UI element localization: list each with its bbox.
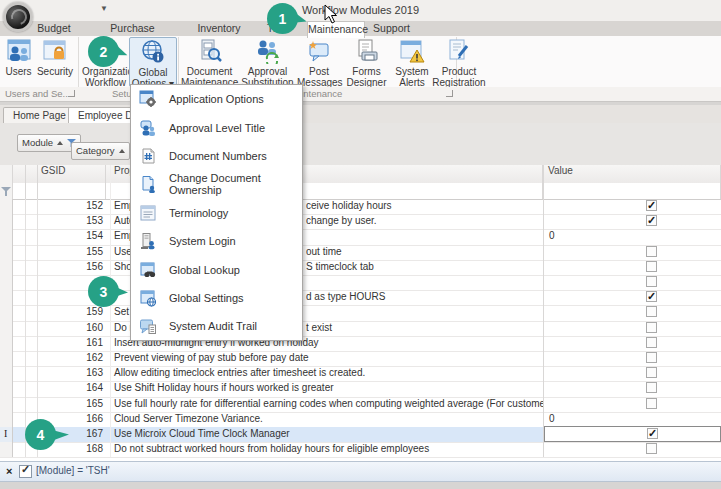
grid-rows: 152 Emploceive holiday hours 153 Autocha… xyxy=(0,199,721,459)
document-number-icon xyxy=(139,147,157,165)
value-checkbox[interactable] xyxy=(646,382,657,393)
value-checkbox[interactable] xyxy=(647,428,658,439)
people-swap-icon xyxy=(255,38,281,64)
cabinet-search-icon xyxy=(197,38,223,64)
value-text[interactable]: 0 xyxy=(544,413,555,424)
table-row-selected[interactable]: I 167 Use Microix Cloud Time Clock Manag… xyxy=(0,427,721,443)
doc-tab-home-page[interactable]: Home Page xyxy=(3,107,76,123)
window-globe-icon xyxy=(139,289,157,307)
value-checkbox[interactable] xyxy=(646,215,657,226)
filter-cell-gsid[interactable] xyxy=(38,183,106,199)
remove-filter-icon[interactable]: × xyxy=(6,465,12,477)
title-bar: ▼ Workflow Modules 2019 xyxy=(0,0,721,22)
value-checkbox[interactable] xyxy=(646,291,657,302)
table-row[interactable]: 165 Use full hourly rate for differentia… xyxy=(0,397,721,413)
security-lock-icon xyxy=(42,38,68,64)
page-printer-icon xyxy=(354,38,380,64)
step-callout-4: 4 xyxy=(25,419,71,450)
approval-substitution-button[interactable]: Approval Substitution xyxy=(239,37,296,88)
table-row[interactable]: 163 Allow editing timeclock entries afte… xyxy=(0,366,721,382)
window-gear-icon xyxy=(139,90,157,108)
window-text-icon xyxy=(139,204,157,222)
column-header-gsid[interactable]: GSID xyxy=(38,165,106,183)
system-alerts-button[interactable]: System Alerts xyxy=(392,37,432,88)
product-registration-button[interactable]: Product Registration xyxy=(432,37,486,88)
table-row[interactable]: 162 Prevent viewing of pay stub before p… xyxy=(0,351,721,367)
filter-status-bar: × [Module] = 'TSH' xyxy=(0,461,721,482)
app-window: ▼ Workflow Modules 2019 Budget Purchase … xyxy=(0,0,721,489)
table-row[interactable]: 153 Autochange by user. xyxy=(0,214,721,230)
value-checkbox[interactable] xyxy=(646,337,657,348)
menu-item-global-settings[interactable]: Global Settings xyxy=(131,284,302,312)
menu-item-system-login[interactable]: System Login xyxy=(131,227,302,255)
menu-item-change-document-ownership[interactable]: Change Document Ownership xyxy=(131,170,302,198)
table-row[interactable]: 160 Do not exist xyxy=(0,321,721,337)
dialog-launcher-icon[interactable] xyxy=(446,90,453,97)
value-checkbox[interactable] xyxy=(646,246,657,257)
value-checkbox[interactable] xyxy=(646,367,657,378)
tab-budget[interactable]: Budget xyxy=(30,21,78,36)
mouse-cursor xyxy=(324,4,338,24)
header-indicator xyxy=(0,165,13,183)
table-row[interactable]: 154 Emplo 0 xyxy=(0,229,721,245)
security-button[interactable]: Security xyxy=(36,37,74,77)
menu-item-document-numbers[interactable]: Document Numbers xyxy=(131,142,302,170)
sort-asc-icon xyxy=(119,149,125,153)
window-title: Workflow Modules 2019 xyxy=(0,4,721,16)
value-editor-cell[interactable] xyxy=(544,426,721,442)
tab-inventory[interactable]: Inventory xyxy=(190,21,248,36)
forms-designer-button[interactable]: Forms Designer xyxy=(342,37,391,88)
menu-item-approval-level-title[interactable]: Approval Level Title xyxy=(131,113,302,141)
table-row[interactable]: 159 Set B xyxy=(0,305,721,321)
users-button[interactable]: Users xyxy=(2,37,35,77)
menu-item-application-options[interactable]: Application Options xyxy=(131,85,302,113)
document-person-icon xyxy=(139,175,157,193)
page-pencil-icon xyxy=(446,38,472,64)
menu-item-global-lookup[interactable]: Global Lookup xyxy=(131,255,302,283)
app-logo[interactable] xyxy=(3,2,33,32)
window-binoculars-icon xyxy=(139,261,157,279)
tab-purchase-order[interactable]: Purchase Order/Invoice xyxy=(80,21,185,36)
filter-enabled-checkbox[interactable] xyxy=(19,465,32,478)
table-row[interactable]: 164 Use Shift Holiday hours if hours wor… xyxy=(0,381,721,397)
table-row[interactable]: 156 ShowS timeclock tab xyxy=(0,260,721,276)
ribbon-group-labels: Users and Se... Setup Maintenance xyxy=(0,87,721,102)
value-checkbox[interactable] xyxy=(646,200,657,211)
document-maintenance-button[interactable]: Document Maintenance xyxy=(181,37,238,88)
dialog-launcher-icon[interactable] xyxy=(68,90,75,97)
grid-filter-row[interactable] xyxy=(0,183,721,200)
filter-row-funnel-icon xyxy=(1,187,11,197)
table-row[interactable]: 155 Use eout time xyxy=(0,245,721,261)
grid-header-row: GSID Property Value xyxy=(0,165,721,184)
menu-item-system-audit-trail[interactable]: System Audit Trail xyxy=(131,312,302,340)
menu-item-terminology[interactable]: Terminology xyxy=(131,199,302,227)
value-checkbox[interactable] xyxy=(646,276,657,287)
ribbon-tab-bar: Budget Purchase Order/Invoice Inventory … xyxy=(0,21,721,37)
sort-asc-icon xyxy=(57,141,63,145)
value-checkbox[interactable] xyxy=(646,443,657,454)
table-row[interactable]: 152 Emploceive holiday hours xyxy=(0,199,721,215)
window-warning-icon xyxy=(399,38,425,64)
chat-bubble-star-icon xyxy=(306,38,332,64)
filter-expression: [Module] = 'TSH' xyxy=(36,465,110,476)
step-callout-3: 3 xyxy=(88,276,134,307)
group-label-users-security: Users and Se... xyxy=(5,88,70,99)
value-checkbox[interactable] xyxy=(646,261,657,272)
document-tab-bar: Home Page Employee Default V xyxy=(0,105,721,124)
value-checkbox[interactable] xyxy=(646,352,657,363)
tab-support[interactable]: Support xyxy=(365,21,418,36)
table-row[interactable]: 161 Insert auto-midnight entry if worked… xyxy=(0,336,721,352)
table-row[interactable]: 168 Do not subtract worked hours from ho… xyxy=(0,442,721,458)
filter-cell-value[interactable] xyxy=(543,183,721,199)
group-box-category[interactable]: Category xyxy=(71,142,130,160)
value-checkbox[interactable] xyxy=(646,322,657,333)
step-callout-1: 1 xyxy=(267,3,313,34)
value-text[interactable]: 0 xyxy=(544,230,555,241)
post-messages-button[interactable]: Post Messages xyxy=(297,37,341,88)
column-header-value[interactable]: Value xyxy=(543,165,721,183)
value-checkbox[interactable] xyxy=(646,306,657,317)
value-checkbox[interactable] xyxy=(646,398,657,409)
users-icon xyxy=(6,38,32,64)
global-options-button[interactable]: Global Options ▾ xyxy=(129,37,177,87)
step-callout-2: 2 xyxy=(88,36,134,67)
